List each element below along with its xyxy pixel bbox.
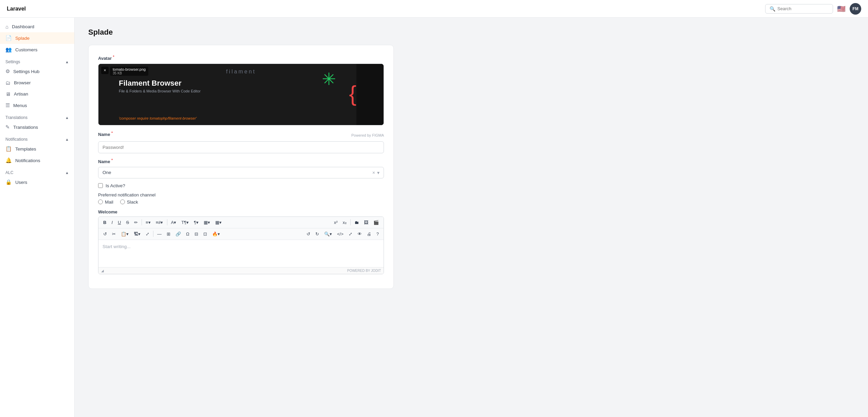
tb-format[interactable]: ⊟	[192, 230, 200, 238]
tb-undo[interactable]: ↺	[304, 230, 312, 238]
sidebar-item-translations[interactable]: ✎ Translations	[0, 121, 74, 133]
editor-placeholder: Start writing...	[103, 244, 131, 249]
avatar-close-button[interactable]: ×	[101, 67, 109, 74]
tb-italic[interactable]: I	[109, 219, 115, 226]
editor-powered: POWERED BY JODIT	[347, 269, 381, 273]
powered-hint: Powered by FIGMA	[351, 133, 384, 137]
tb-paragraph[interactable]: ¶▾	[192, 219, 201, 226]
tb-video[interactable]: 🎬	[371, 219, 381, 226]
tb-find[interactable]: 🔍▾	[322, 230, 334, 238]
browser-title: Filament Browser	[119, 79, 182, 88]
search-input[interactable]	[777, 6, 829, 11]
sidebar-item-notifications[interactable]: 🔔 Notifications	[0, 155, 74, 166]
sidebar-section-notifications[interactable]: Notifications ▲	[0, 133, 74, 143]
tb-ol[interactable]: ≡#▾	[154, 219, 165, 226]
sidebar-item-settings-hub[interactable]: ⚙ Settings Hub	[0, 66, 74, 77]
resize-handle: ◢	[101, 269, 104, 273]
sidebar-section-settings[interactable]: Settings ▲	[0, 55, 74, 66]
main-content: Splade Avatar * × tomato-browser.png 35 …	[75, 18, 868, 417]
star-icon: ✳	[322, 71, 336, 88]
tb-table2[interactable]: ⊞	[165, 230, 172, 238]
tb-font-size[interactable]: T¶▾	[179, 219, 191, 226]
sidebar-item-label: Users	[15, 180, 27, 185]
name-select[interactable]: One × ▾	[98, 167, 384, 178]
tb-redo[interactable]: ↻	[313, 230, 321, 238]
chevron-down-icon[interactable]: ▾	[377, 170, 380, 175]
tb-file[interactable]: 🖿	[352, 219, 361, 226]
topbar-right: 🔍 🇺🇸 FM	[765, 3, 861, 15]
clear-icon[interactable]: ×	[372, 170, 375, 175]
avatar[interactable]: FM	[850, 3, 861, 15]
browser-subtitle: File & Folders & Media Browser With Code…	[119, 89, 201, 93]
tb-font-color[interactable]: A▾	[169, 219, 179, 226]
sidebar-item-label: Browser	[14, 80, 31, 85]
chevron-up-icon: ▲	[65, 137, 69, 141]
tb-preview[interactable]: 👁	[355, 230, 364, 238]
tb-resize[interactable]: ⤢	[144, 230, 151, 238]
tb-link[interactable]: 🔗	[173, 230, 183, 238]
pref-channel-field: Preferred notification channel Mail Slac…	[98, 192, 384, 205]
bracket-icon: {	[349, 83, 356, 105]
users-icon: 👥	[5, 47, 12, 53]
radio-slack-input[interactable]	[120, 199, 125, 204]
sidebar-item-users[interactable]: 🔒 Users	[0, 176, 74, 188]
page-title: Splade	[88, 28, 854, 37]
tb-paste[interactable]: 📋▾	[119, 230, 131, 238]
home-icon: ⌂	[5, 24, 8, 30]
tb-help[interactable]: ?	[374, 230, 381, 238]
toolbar-separator	[167, 219, 167, 225]
toolbar-separator	[350, 219, 351, 225]
search-box[interactable]: 🔍	[765, 4, 833, 14]
radio-mail-input[interactable]	[98, 199, 103, 204]
radio-row: Mail Slack	[98, 199, 384, 205]
filament-watermark: filament	[226, 69, 256, 75]
menu-icon: ☰	[5, 102, 10, 108]
tb-paint[interactable]: 🔥▾	[210, 230, 222, 238]
sidebar-section-alc[interactable]: ALC ▲	[0, 166, 74, 176]
tb-arrow[interactable]: ↺	[101, 230, 109, 238]
sidebar-item-customers[interactable]: 👥 Customers	[0, 44, 74, 55]
sidebar-item-browser[interactable]: 🗂 Browser	[0, 77, 74, 88]
tb-source[interactable]: </>	[335, 230, 346, 238]
bell-icon: 🔔	[5, 157, 12, 163]
tb-hr[interactable]: —	[155, 230, 164, 238]
tb-subscript[interactable]: x₂	[341, 219, 349, 226]
tb-table[interactable]: ▦▾	[202, 219, 212, 226]
name-input-1[interactable]	[98, 141, 384, 153]
editor-toolbar-row2: ↺ ✂ 📋▾ 🏗▾ ⤢ — ⊞ 🔗 Ω ⊟ ⊡ 🔥▾	[98, 228, 384, 240]
tb-format2[interactable]: ⊡	[201, 230, 209, 238]
editor-toolbar-row1: B I U S ✏ ≡▾ ≡#▾ A▾ T¶▾ ¶▾ ▦▾ ▦▾	[98, 217, 384, 228]
tb-image[interactable]: 🖼	[362, 219, 370, 226]
sidebar-item-label: Menus	[13, 103, 27, 108]
flag-icon: 🇺🇸	[837, 5, 846, 13]
tb-superscript[interactable]: x²	[332, 219, 340, 226]
tb-highlight[interactable]: ✏	[132, 219, 140, 226]
sidebar-item-menus[interactable]: ☰ Menus	[0, 100, 74, 111]
folder-icon: 🗂	[5, 80, 11, 86]
editor-body[interactable]: Start writing...	[98, 240, 384, 267]
tb-symbol[interactable]: Ω	[184, 230, 191, 238]
sidebar-item-label: Artisan	[14, 91, 28, 97]
file-icon: 📄	[5, 35, 12, 41]
tb-underline[interactable]: U	[116, 219, 123, 226]
radio-slack: Slack	[120, 199, 138, 205]
sidebar-item-splade[interactable]: 📄 Splade	[0, 32, 74, 44]
tb-ul[interactable]: ≡▾	[144, 219, 153, 226]
sidebar-item-artisan[interactable]: 🖥 Artisan	[0, 88, 74, 100]
tb-strikethrough[interactable]: S	[124, 219, 131, 226]
tb-build[interactable]: 🏗▾	[132, 230, 143, 238]
tb-fullscreen[interactable]: ⤢	[347, 230, 354, 238]
tb-cut[interactable]: ✂	[110, 230, 118, 238]
sidebar-item-templates[interactable]: 📋 Templates	[0, 143, 74, 155]
translate-icon: ✎	[5, 124, 10, 130]
tb-print[interactable]: 🖨	[365, 230, 373, 238]
app-logo: Laravel	[7, 6, 26, 12]
sidebar-section-translations[interactable]: Translations ▲	[0, 111, 74, 121]
tb-bold[interactable]: B	[101, 219, 108, 226]
is-active-field: Is Active?	[98, 183, 384, 188]
toolbar-separator	[142, 219, 142, 225]
tb-layout[interactable]: ▦▾	[213, 219, 224, 226]
sidebar-item-dashboard[interactable]: ⌂ Dashboard	[0, 21, 74, 32]
is-active-checkbox[interactable]	[98, 183, 103, 188]
form-card: Avatar * × tomato-browser.png 35 KB fila…	[88, 45, 394, 289]
